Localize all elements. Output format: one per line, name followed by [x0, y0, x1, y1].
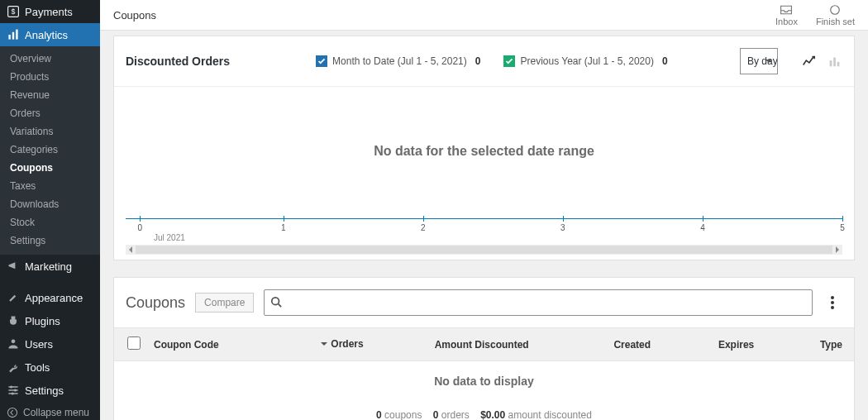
col-coupon-code[interactable]: Coupon Code	[154, 339, 320, 351]
horizontal-scrollbar[interactable]	[126, 245, 842, 255]
circle-icon	[828, 4, 842, 16]
svg-rect-3	[12, 32, 14, 40]
user-icon	[7, 337, 20, 351]
legend-current[interactable]: Month to Date (Jul 1 - 5, 2021) 0	[316, 55, 492, 67]
col-type[interactable]: Type	[789, 339, 851, 351]
legend-label: Previous Year (Jul 1 - 5, 2020)	[520, 55, 653, 67]
axis-tick	[423, 216, 424, 222]
megaphone-icon	[7, 260, 20, 273]
coupons-table-card: Coupons Compare Coupon Code Orders Amoun…	[113, 277, 855, 420]
chart-x-axis: Jul 2021 012345	[114, 215, 854, 245]
chart-card: Discounted Orders Month to Date (Jul 1 -…	[113, 36, 855, 260]
axis-tick-label: 1	[281, 223, 286, 232]
table-title: Coupons	[126, 294, 185, 312]
table-summary: 0 coupons 0 orders $0.00 amount discount…	[114, 401, 854, 420]
interval-select[interactable]: By day	[740, 48, 778, 74]
col-orders[interactable]: Orders	[320, 338, 434, 351]
legend-previous[interactable]: Previous Year (Jul 1 - 5, 2020) 0	[503, 55, 679, 67]
sub-settings[interactable]: Settings	[0, 231, 100, 250]
axis-tick-label: 0	[138, 223, 143, 232]
sidebar-item-users[interactable]: Users	[0, 332, 100, 356]
checkbox-checked-icon	[503, 55, 515, 67]
sidebar-item-appearance[interactable]: Appearance	[0, 286, 100, 309]
sidebar-item-plugins[interactable]: Plugins	[0, 309, 100, 332]
chevron-down-icon	[320, 340, 328, 348]
line-chart-icon[interactable]	[801, 54, 816, 69]
sub-orders[interactable]: Orders	[0, 104, 100, 122]
axis-tick	[703, 216, 703, 222]
legend-label: Month to Date (Jul 1 - 5, 2021)	[332, 55, 467, 67]
chart-title: Discounted Orders	[126, 55, 230, 68]
chevron-left-icon	[127, 246, 134, 253]
table-options-button[interactable]	[823, 296, 842, 309]
col-amount[interactable]: Amount Discounted	[435, 339, 580, 351]
sidebar-item-settings[interactable]: Settings	[0, 379, 100, 402]
analytics-submenu: Overview Products Revenue Orders Variati…	[0, 46, 100, 255]
sidebar-label: Tools	[25, 361, 50, 374]
sub-coupons[interactable]: Coupons	[0, 159, 100, 177]
select-all-checkbox[interactable]	[127, 336, 141, 350]
svg-point-10	[831, 5, 840, 14]
axis-tick	[284, 216, 284, 222]
sub-downloads[interactable]: Downloads	[0, 195, 100, 213]
sub-overview[interactable]: Overview	[0, 50, 100, 68]
chevron-right-icon	[834, 246, 841, 253]
sliders-icon	[7, 384, 20, 397]
svg-rect-15	[837, 62, 840, 66]
axis-tick	[842, 216, 843, 222]
svg-rect-13	[830, 60, 832, 66]
wrench-icon	[7, 360, 20, 374]
plug-icon	[7, 314, 20, 327]
svg-point-5	[12, 339, 16, 343]
chart-empty-state: No data for the selected date range	[114, 87, 854, 215]
axis-tick	[563, 216, 564, 222]
search-input[interactable]	[264, 289, 813, 316]
svg-text:$: $	[12, 7, 16, 16]
sub-stock[interactable]: Stock	[0, 213, 100, 231]
sub-taxes[interactable]: Taxes	[0, 177, 100, 195]
brush-icon	[7, 291, 20, 304]
table-empty-state: No data to display	[114, 361, 854, 401]
search-icon	[270, 296, 282, 308]
finish-setup-button[interactable]: Finish set	[816, 4, 855, 26]
svg-point-16	[272, 298, 279, 305]
svg-rect-4	[16, 30, 17, 40]
sidebar-label: Users	[25, 338, 53, 351]
svg-point-9	[7, 408, 17, 417]
sidebar-label: Marketing	[25, 260, 72, 273]
collapse-label: Collapse menu	[23, 407, 89, 418]
inbox-button[interactable]: Inbox	[775, 4, 798, 26]
compare-button[interactable]: Compare	[195, 293, 254, 313]
sub-products[interactable]: Products	[0, 68, 100, 86]
page-title: Coupons	[113, 9, 156, 21]
sidebar-item-marketing[interactable]: Marketing	[0, 255, 100, 278]
axis-tick	[140, 216, 141, 222]
sub-revenue[interactable]: Revenue	[0, 86, 100, 104]
legend-value: 0	[475, 55, 481, 67]
sidebar-label: Payments	[25, 6, 73, 18]
sidebar-label: Appearance	[25, 292, 83, 304]
inbox-icon	[780, 4, 793, 16]
collapse-menu-button[interactable]: Collapse menu	[0, 402, 100, 420]
dollar-icon: $	[7, 5, 20, 18]
sidebar-item-payments[interactable]: $ Payments	[0, 0, 100, 23]
svg-rect-2	[8, 35, 10, 40]
sidebar-label: Analytics	[25, 29, 68, 41]
svg-point-6	[10, 385, 12, 388]
sub-categories[interactable]: Categories	[0, 141, 100, 159]
sidebar-item-analytics[interactable]: Analytics	[0, 23, 100, 46]
col-expires[interactable]: Expires	[684, 339, 789, 351]
inbox-label: Inbox	[775, 17, 798, 26]
svg-point-8	[12, 392, 14, 394]
sub-variations[interactable]: Variations	[0, 122, 100, 141]
checkbox-checked-icon	[316, 55, 327, 67]
sidebar-item-tools[interactable]: Tools	[0, 356, 100, 379]
bar-chart-icon[interactable]	[827, 54, 842, 69]
collapse-icon	[7, 407, 18, 418]
col-created[interactable]: Created	[580, 339, 684, 351]
svg-rect-14	[833, 58, 836, 67]
sidebar-label: Settings	[25, 384, 64, 397]
bar-chart-icon	[7, 28, 20, 41]
axis-tick-label: 4	[700, 223, 705, 232]
sidebar-label: Plugins	[25, 315, 60, 327]
